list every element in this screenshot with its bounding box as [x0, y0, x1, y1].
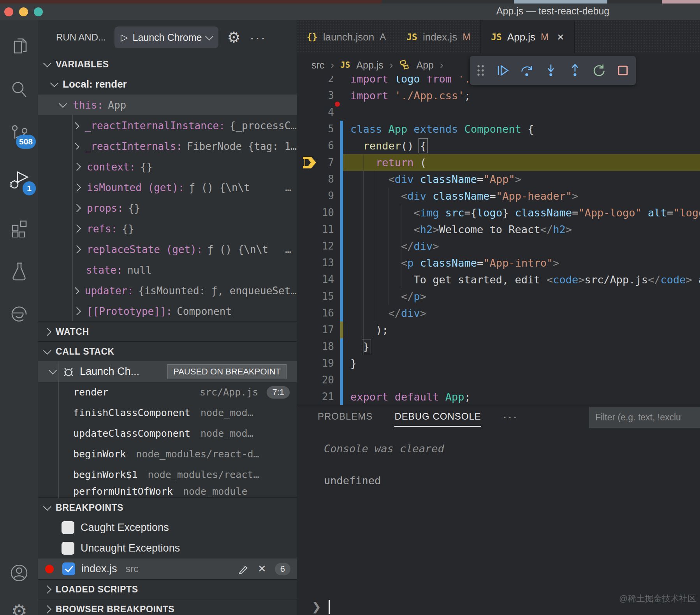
edit-breakpoint-icon[interactable] [237, 563, 249, 575]
breakpoint-row[interactable]: Uncaught Exceptions [38, 538, 297, 559]
code-token: './App.css' [395, 90, 464, 102]
tab-app-js[interactable]: JS App.js M × [481, 20, 575, 54]
variable-row[interactable]: _reactInternals:FiberNode {tag: 1… [38, 136, 297, 156]
code-line[interactable]: To get started, edit <code>src/App.js</c… [297, 271, 700, 288]
panel-tab-debug-console[interactable]: DEBUG CONSOLE [394, 405, 481, 428]
variable-row[interactable]: updater:{isMounted: ƒ, enqueueSet… [38, 280, 297, 301]
extensions-icon[interactable] [0, 209, 38, 246]
start-debug-icon[interactable]: ▷ [121, 32, 128, 43]
debug-settings-gear-icon[interactable]: ⚙ [227, 29, 240, 46]
run-and-debug-icon[interactable]: 1 [0, 162, 38, 199]
restart-icon[interactable] [591, 62, 606, 79]
remove-breakpoint-icon[interactable]: ✕ [258, 563, 266, 575]
code-token: < [414, 207, 420, 219]
panel-more-actions-icon[interactable]: ··· [503, 410, 518, 423]
code-token: = [572, 207, 578, 219]
code-line[interactable]: <h2>Welcome to React</h2> [297, 221, 700, 238]
call-stack-frame[interactable]: rendersrc/App.js7:1 [38, 382, 297, 402]
call-stack-frame[interactable]: finishClassComponentnode_mod… [38, 402, 297, 423]
breakpoint-checkbox[interactable] [62, 521, 74, 534]
code-line[interactable]: <p className="App-intro"> [297, 255, 700, 271]
code-line[interactable] [297, 372, 700, 388]
edge-browser-icon[interactable] [0, 295, 38, 332]
step-into-icon[interactable] [543, 62, 558, 79]
minimize-window-button[interactable] [19, 7, 28, 16]
call-stack-session-row[interactable]: Launch Ch...PAUSED ON BREAKPOINT [38, 361, 297, 382]
variable-row[interactable]: state:null [38, 260, 297, 280]
code-line[interactable]: <div className="App-header"> [297, 188, 700, 204]
frame-source: node_mod… [201, 428, 253, 439]
code-editor[interactable]: 2import logo from './logo.svg';3import '… [297, 76, 700, 405]
breadcrumb-symbol[interactable]: App [416, 60, 433, 71]
code-line[interactable]: class App extends Component { [297, 121, 700, 137]
search-icon[interactable] [0, 71, 38, 108]
settings-gear-icon[interactable]: ⚙ [0, 592, 38, 615]
call-stack-frame[interactable]: updateClassComponentnode_mod… [38, 423, 297, 444]
close-window-button[interactable] [4, 7, 13, 16]
tab-label: App.js [507, 31, 535, 43]
breakpoint-row[interactable]: index.jssrc✕6 [38, 559, 297, 579]
code-line[interactable] [297, 104, 700, 121]
section-loaded-scripts[interactable]: LOADED SCRIPTS [38, 579, 297, 599]
continue-icon[interactable] [495, 62, 510, 79]
section-breakpoints[interactable]: BREAKPOINTS [38, 497, 297, 517]
toolbar-drag-grip[interactable] [475, 63, 486, 78]
code-line[interactable]: <img src={logo} className="App-logo" alt… [297, 204, 700, 221]
code-line[interactable]: <div className="App"> [297, 171, 700, 188]
code-line[interactable]: </div> [297, 238, 700, 255]
section-browser-breakpoints[interactable]: BROWSER BREAKPOINTS [38, 599, 297, 615]
call-stack-frame[interactable]: beginWork$1node_modules/react… [38, 464, 297, 485]
panel-tab-problems[interactable]: PROBLEMS [318, 405, 373, 428]
variable-row[interactable]: [[Prototype]]:Component [38, 301, 297, 322]
code-line[interactable]: ); [297, 322, 700, 338]
code-token: "logo" [673, 207, 700, 219]
step-out-icon[interactable] [568, 62, 582, 79]
code-line[interactable]: export default App; [297, 388, 700, 405]
variable-row[interactable]: props:{} [38, 198, 297, 218]
frame-source: node_mod… [201, 407, 253, 418]
tab-launch-json[interactable]: {} launch.json A [297, 20, 396, 54]
code-line[interactable]: </p> [297, 288, 700, 305]
breadcrumb-file[interactable]: App.js [356, 60, 383, 71]
variables-scope-row[interactable]: Local: render [38, 74, 297, 95]
console-input-caret[interactable] [329, 600, 330, 614]
console-filter-input[interactable]: Filter (e.g. text, !exclu [589, 407, 700, 428]
code-line[interactable]: } [297, 338, 700, 355]
variable-row[interactable]: refs:{} [38, 218, 297, 239]
variable-row[interactable]: _reactInternalInstance:{_processC… [38, 115, 297, 136]
code-line[interactable]: import './App.css'; [297, 87, 700, 104]
stop-icon[interactable] [616, 62, 630, 79]
launch-config-dropdown[interactable]: ▷ Launch Chrome [114, 26, 218, 48]
breakpoint-row[interactable]: Caught Exceptions [38, 517, 297, 538]
code-line[interactable]: return ( [297, 154, 700, 171]
step-over-icon[interactable] [519, 62, 534, 79]
variable-row[interactable]: isMounted (get):ƒ () {\n\t… [38, 177, 297, 198]
source-control-icon[interactable]: 508 [0, 115, 38, 153]
code-line[interactable]: </div> [297, 305, 700, 322]
testing-icon[interactable] [0, 252, 38, 290]
explorer-icon[interactable] [0, 28, 38, 65]
section-variables[interactable]: VARIABLES [38, 54, 297, 74]
section-watch[interactable]: WATCH [38, 322, 297, 341]
breadcrumb-src[interactable]: src [311, 60, 324, 71]
code-line[interactable]: render() { [297, 137, 700, 154]
code-line[interactable]: } [297, 355, 700, 372]
variable-row[interactable]: replaceState (get):ƒ () {\n\t… [38, 239, 297, 260]
variable-row[interactable]: context:{} [38, 156, 297, 177]
sidebar-more-actions-icon[interactable]: ··· [250, 30, 266, 45]
account-icon[interactable] [0, 554, 38, 592]
call-stack-frame[interactable]: performUnitOfWorknode_module [38, 485, 297, 497]
code-token: () [401, 140, 420, 152]
call-stack-frame[interactable]: beginWorknode_modules/react-d… [38, 444, 297, 464]
chevron-right-icon [72, 122, 79, 129]
breakpoint-checkbox[interactable] [62, 542, 74, 555]
variable-row[interactable]: this:App [38, 95, 297, 115]
code-token: > [515, 173, 521, 185]
section-call-stack[interactable]: CALL STACK [38, 341, 297, 361]
breakpoint-checkbox[interactable] [62, 562, 75, 575]
close-tab-icon[interactable]: × [557, 30, 564, 44]
chevron-right-icon [73, 204, 81, 212]
maximize-window-button[interactable] [34, 7, 43, 16]
tab-index-js[interactable]: JS index.js M [396, 20, 481, 54]
code-token: "App-intro" [483, 257, 553, 269]
